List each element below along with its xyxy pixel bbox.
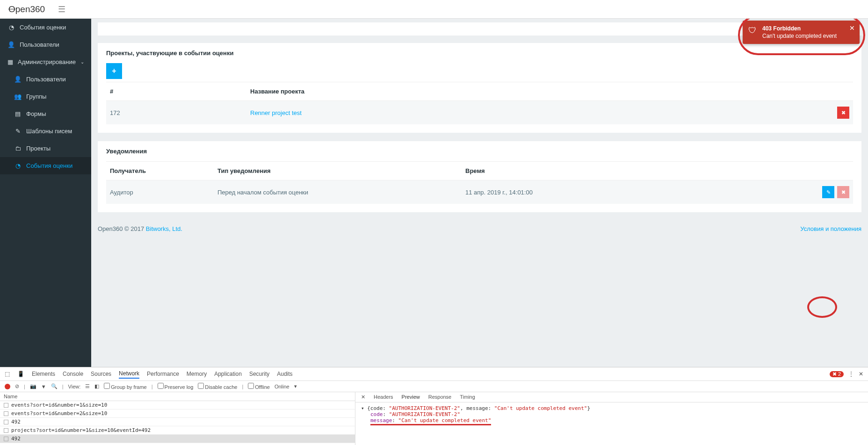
project-id: 172 bbox=[106, 101, 246, 125]
projects-panel: Проекты, участвующие в событии оценки + … bbox=[98, 43, 861, 133]
network-requests: Name events?sort=id&number=1&size=10even… bbox=[0, 392, 355, 445]
user-icon: 👤 bbox=[14, 76, 22, 83]
notifications-table: Получатель Тип уведомления Время Аудитор… bbox=[106, 161, 853, 204]
request-row[interactable]: 492 bbox=[0, 443, 355, 445]
sidebar-item-admin[interactable]: ▦Администрирование⌄ bbox=[0, 53, 91, 71]
tab-security[interactable]: Security bbox=[249, 370, 269, 378]
json-preview: ▾ {code: "AUTHORIZATION-EVENT-2", messag… bbox=[355, 402, 868, 428]
tab-preview[interactable]: Preview bbox=[402, 394, 420, 400]
grid-icon: ▦ bbox=[7, 58, 13, 65]
more-icon[interactable]: ⋮ bbox=[848, 371, 854, 377]
notify-type: Перед началом события оценки bbox=[214, 180, 462, 204]
col-id: # bbox=[106, 82, 246, 101]
sidebar-item-admin-users[interactable]: 👤Пользователи bbox=[0, 71, 91, 88]
request-row[interactable]: 492 bbox=[0, 418, 355, 426]
view2-icon[interactable]: ◧ bbox=[94, 383, 99, 389]
chevron-down-icon: ⌄ bbox=[80, 59, 84, 65]
add-project-button[interactable]: + bbox=[106, 63, 122, 79]
device-icon[interactable]: 📱 bbox=[17, 371, 24, 377]
tab-network[interactable]: Network bbox=[119, 369, 139, 379]
toast-title: 403 Forbidden bbox=[762, 25, 844, 32]
sidebar-item-forms[interactable]: ▤Формы bbox=[0, 105, 91, 122]
table-row: 172 Renner project test ✖ bbox=[106, 101, 853, 125]
edit-notification-button[interactable]: ✎ bbox=[822, 186, 834, 198]
name-column: Name bbox=[0, 392, 355, 401]
error-badge[interactable]: ✖ 2 bbox=[830, 371, 844, 377]
brand: Open360 bbox=[8, 4, 45, 14]
folder-icon: 🗀 bbox=[14, 145, 22, 152]
close-panel-icon[interactable]: ✕ bbox=[361, 394, 365, 400]
table-row: Аудитор Перед началом события оценки 11 … bbox=[106, 180, 853, 204]
notify-time: 11 апр. 2019 г., 14:01:00 bbox=[462, 180, 816, 204]
col-name: Название проекта bbox=[246, 82, 830, 101]
camera-icon[interactable]: 📷 bbox=[30, 383, 36, 389]
notifications-panel: Уведомления Получатель Тип уведомления В… bbox=[98, 141, 861, 212]
col-recipient: Получатель bbox=[106, 162, 214, 180]
sidebar-item-events[interactable]: ◔События оценки bbox=[0, 19, 91, 36]
error-toast: 🛡 403 Forbidden Can't update completed e… bbox=[743, 21, 860, 44]
search-icon[interactable]: 🔍 bbox=[51, 383, 58, 389]
request-row[interactable]: events?sort=id&number=1&size=10 bbox=[0, 401, 355, 409]
projects-title: Проекты, участвующие в событии оценки bbox=[98, 43, 861, 63]
inspect-icon[interactable]: ⬚ bbox=[5, 371, 10, 377]
tab-headers[interactable]: Headers bbox=[374, 394, 393, 400]
devtools-tabs: ⬚ 📱 Elements Console Sources Network Per… bbox=[0, 367, 868, 381]
user-icon: 👤 bbox=[7, 41, 15, 48]
tab-audits[interactable]: Audits bbox=[277, 370, 292, 378]
tab-elements[interactable]: Elements bbox=[32, 370, 55, 378]
users-icon: 👥 bbox=[14, 93, 22, 100]
request-row[interactable]: projects?sort=id&number=1&size=10&eventI… bbox=[0, 426, 355, 435]
clock-icon: ◔ bbox=[14, 162, 22, 169]
delete-project-button[interactable]: ✖ bbox=[837, 107, 849, 119]
sidebar: ◔События оценки 👤Пользователи ▦Администр… bbox=[0, 19, 91, 367]
notifications-title: Уведомления bbox=[98, 141, 861, 161]
toast-message: Can't update completed event bbox=[762, 33, 844, 39]
sidebar-item-projects[interactable]: 🗀Проекты bbox=[0, 140, 91, 157]
clock-icon: ◔ bbox=[7, 24, 15, 31]
project-link[interactable]: Renner project test bbox=[250, 109, 302, 116]
tab-application[interactable]: Application bbox=[214, 370, 242, 378]
tab-memory[interactable]: Memory bbox=[187, 370, 207, 378]
main-content: Проекты, участвующие в событии оценки + … bbox=[91, 19, 868, 367]
network-toolbar: ⊘ | 📷 ▼ 🔍 | View: ☰ ◧ Group by frame | P… bbox=[0, 381, 868, 392]
projects-table: # Название проекта 172 Renner project te… bbox=[106, 82, 853, 124]
dropdown-icon[interactable]: ▾ bbox=[294, 383, 297, 389]
terms-link[interactable]: Условия и положения bbox=[800, 225, 861, 232]
view-icon[interactable]: ☰ bbox=[85, 383, 90, 389]
sidebar-item-users[interactable]: 👤Пользователи bbox=[0, 36, 91, 53]
sidebar-item-groups[interactable]: 👥Группы bbox=[0, 88, 91, 105]
delete-notification-button[interactable]: ✖ bbox=[837, 186, 849, 198]
request-details: ✕ Headers Preview Response Timing ▾ {cod… bbox=[355, 392, 868, 445]
form-icon: ▤ bbox=[14, 110, 22, 117]
edit-icon: ✎ bbox=[14, 128, 22, 135]
menu-toggle-icon[interactable]: ☰ bbox=[58, 4, 65, 14]
col-time: Время bbox=[462, 162, 816, 180]
clear-icon[interactable]: ⊘ bbox=[15, 383, 19, 389]
close-devtools-icon[interactable]: ✕ bbox=[859, 371, 863, 377]
record-icon[interactable] bbox=[5, 384, 10, 389]
tab-response[interactable]: Response bbox=[428, 394, 452, 400]
notify-recipient: Аудитор bbox=[106, 180, 214, 204]
tab-sources[interactable]: Sources bbox=[91, 370, 111, 378]
tab-console[interactable]: Console bbox=[63, 370, 83, 378]
topbar: Open360 ☰ bbox=[0, 0, 868, 19]
filter-icon[interactable]: ▼ bbox=[41, 384, 46, 389]
footer: Open360 © 2017 Bitworks, Ltd. Условия и … bbox=[98, 221, 861, 237]
annotation-circle bbox=[807, 296, 837, 318]
request-row[interactable]: events?sort=id&number=2&size=10 bbox=[0, 409, 355, 418]
company-link[interactable]: Bitworks, Ltd. bbox=[146, 225, 182, 232]
tab-timing[interactable]: Timing bbox=[460, 394, 475, 400]
sidebar-item-templates[interactable]: ✎Шаблоны писем bbox=[0, 122, 91, 140]
shield-icon: 🛡 bbox=[748, 26, 757, 36]
col-type: Тип уведомления bbox=[214, 162, 462, 180]
sidebar-item-admin-events[interactable]: ◔События оценки bbox=[0, 157, 91, 174]
request-row[interactable]: 492 bbox=[0, 435, 355, 443]
tab-performance[interactable]: Performance bbox=[147, 370, 179, 378]
devtools: ⬚ 📱 Elements Console Sources Network Per… bbox=[0, 367, 868, 445]
close-icon[interactable]: ✕ bbox=[849, 24, 855, 32]
